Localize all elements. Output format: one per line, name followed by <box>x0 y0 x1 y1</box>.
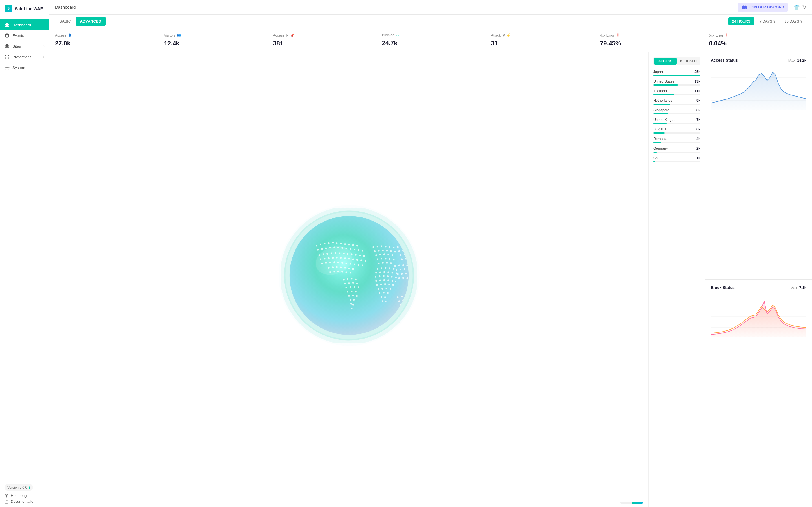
globe-svg <box>282 208 417 343</box>
access-ip-icon: 📌 <box>290 33 295 38</box>
right-panels: Access Status Max 14.2k <box>705 52 812 507</box>
version-badge[interactable]: Version 5.0.0 ℹ <box>4 484 33 491</box>
sidebar-item-dashboard[interactable]: Dashboard <box>0 19 49 30</box>
svg-point-112 <box>378 250 379 251</box>
sidebar-item-sites[interactable]: Sites › <box>0 41 49 52</box>
svg-point-109 <box>389 246 391 248</box>
svg-point-45 <box>363 255 364 257</box>
country-bar-fill <box>653 84 678 86</box>
country-bar-track <box>653 84 700 86</box>
tab-basic[interactable]: BASIC <box>55 17 75 25</box>
svg-point-103 <box>352 304 354 305</box>
svg-point-162 <box>390 288 391 290</box>
discord-button[interactable]: JOIN OUR DISCORD <box>738 3 788 12</box>
access-toggle-access[interactable]: ACCESS <box>654 58 677 64</box>
access-toggle-blocked[interactable]: BLOCKED <box>677 58 700 64</box>
homepage-link[interactable]: Homepage <box>4 494 45 498</box>
svg-rect-3 <box>8 25 9 27</box>
svg-point-154 <box>376 284 378 286</box>
svg-rect-1 <box>8 23 9 24</box>
svg-point-11 <box>315 245 317 247</box>
country-name: Thailand <box>653 89 667 93</box>
time-btn-7d[interactable]: 7 DAYS ? <box>756 17 779 25</box>
country-bar-fill <box>653 94 674 95</box>
svg-point-196 <box>401 296 403 297</box>
stat-access-ip-value: 381 <box>273 40 370 47</box>
access-icon: 👤 <box>68 33 72 38</box>
sidebar-item-events[interactable]: Events <box>0 30 49 41</box>
stat-access-ip-label: Access IP <box>273 34 289 38</box>
svg-point-111 <box>374 250 375 252</box>
svg-point-176 <box>400 255 401 256</box>
version-text: Version 5.0.0 <box>7 486 27 490</box>
refresh-button[interactable]: ↻ <box>802 4 806 10</box>
sidebar-item-label: Dashboard <box>12 23 31 27</box>
country-item: Japan 25k <box>653 70 700 76</box>
svg-point-119 <box>383 253 385 255</box>
blocked-icon: 🛡 <box>396 33 400 37</box>
svg-point-153 <box>395 281 396 282</box>
country-item: Netherlands 9k <box>653 99 700 105</box>
svg-point-122 <box>376 259 378 260</box>
stat-5xx: 5xx Error ❗ 0.04% <box>703 28 812 52</box>
country-name: United Kingdom <box>653 118 678 122</box>
svg-point-141 <box>396 272 397 274</box>
svg-point-107 <box>380 245 382 247</box>
stat-5xx-label: 5xx Error <box>709 34 723 38</box>
country-name: Singapore <box>653 108 669 112</box>
scroll-thumb <box>631 502 643 504</box>
country-bar-track <box>653 161 700 162</box>
svg-point-194 <box>406 277 408 279</box>
svg-point-15 <box>332 242 334 243</box>
svg-point-166 <box>380 296 382 298</box>
sidebar: S SafeLine WAF Dashboard Events Sites › … <box>0 0 49 507</box>
svg-point-105 <box>372 246 374 248</box>
shirt-button[interactable]: 👕 <box>794 4 800 10</box>
visitors-icon: 👥 <box>177 33 181 38</box>
block-chart-panel: Block Status Max 7.1k <box>705 280 812 507</box>
logo-text: SafeLine WAF <box>15 6 43 11</box>
svg-point-116 <box>394 251 396 252</box>
svg-point-186 <box>400 269 401 270</box>
stat-4xx-value: 79.45% <box>600 40 698 47</box>
svg-point-151 <box>388 279 389 281</box>
stat-access: Access 👤 27.0k <box>49 28 158 52</box>
svg-point-16 <box>336 242 338 244</box>
time-btn-24h[interactable]: 24 HOURS <box>728 17 755 25</box>
svg-point-84 <box>351 278 352 280</box>
svg-point-189 <box>397 273 398 275</box>
sidebar-item-protections[interactable]: Protections › <box>0 52 49 62</box>
country-bar-fill <box>653 161 655 162</box>
svg-point-68 <box>362 265 363 267</box>
sidebar-item-label: Events <box>12 34 24 38</box>
stat-blocked-label: Blocked <box>382 33 395 37</box>
tab-advanced[interactable]: ADVANCED <box>75 17 106 25</box>
attack-ip-icon: ⚡ <box>506 33 511 38</box>
country-value: 6k <box>696 127 700 131</box>
country-bar-track <box>653 94 700 95</box>
svg-point-92 <box>354 286 355 288</box>
block-chart-svg <box>711 294 806 339</box>
block-chart-title: Block Status <box>711 285 735 290</box>
stat-visitors-label: Visitors <box>164 34 175 38</box>
svg-point-74 <box>348 268 350 269</box>
svg-point-14 <box>328 242 329 244</box>
svg-point-127 <box>378 263 379 264</box>
homepage-label: Homepage <box>11 494 29 498</box>
svg-point-164 <box>383 292 385 294</box>
country-name: China <box>653 156 663 160</box>
country-bar-track <box>653 75 700 76</box>
country-panel: ACCESS BLOCKED Japan 25k United States 1… <box>649 52 705 507</box>
sidebar-item-label: Sites <box>12 44 21 48</box>
svg-point-94 <box>347 291 349 293</box>
svg-point-149 <box>379 279 381 281</box>
5xx-icon: ❗ <box>725 33 729 38</box>
svg-point-86 <box>344 283 346 284</box>
sidebar-item-system[interactable]: System <box>0 62 49 73</box>
svg-point-43 <box>355 254 357 256</box>
svg-point-156 <box>384 283 386 285</box>
time-btn-30d[interactable]: 30 DAYS ? <box>780 17 806 25</box>
svg-point-158 <box>392 284 394 286</box>
stat-access-ip: Access IP 📌 381 <box>267 28 376 52</box>
documentation-link[interactable]: Documentation <box>4 499 45 504</box>
